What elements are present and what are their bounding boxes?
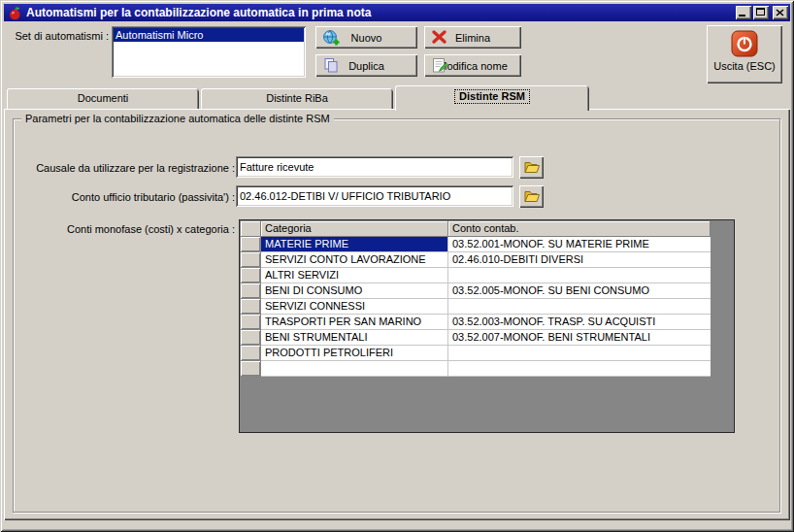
- conto-cell[interactable]: [448, 346, 711, 361]
- conto-cell[interactable]: 03.52.007-MONOF. BENI STRUMENTALI: [448, 330, 711, 346]
- table-row: SERVIZI CONTO LAVORAZIONE02.46.010-DEBIT…: [241, 252, 711, 268]
- grid-header-categoria[interactable]: Categoria: [261, 221, 448, 237]
- power-icon: [731, 30, 758, 57]
- row-selector[interactable]: [241, 252, 261, 268]
- categoria-grid: Categoria Conto contab. MATERIE PRIME03.…: [241, 221, 711, 377]
- tab-page-distinte-rsm: Parametri per la contabilizzazione autom…: [4, 109, 790, 520]
- categoria-cell[interactable]: TRASPORTI PER SAN MARINO: [261, 315, 448, 330]
- categoria-cell[interactable]: MATERIE PRIME: [261, 237, 448, 252]
- window-title: Automatismi per la contabilizzazione aut…: [26, 6, 734, 20]
- maximize-icon: [756, 8, 765, 16]
- elimina-label: Elimina: [455, 32, 490, 44]
- close-button[interactable]: [773, 6, 788, 19]
- categoria-cell[interactable]: BENI STRUMENTALI: [261, 330, 448, 346]
- duplica-label: Duplica: [348, 60, 384, 72]
- conto-cell[interactable]: 02.46.010-DEBITI DIVERSI: [448, 252, 711, 268]
- tab-label: Documenti: [78, 92, 129, 104]
- row-selector[interactable]: [241, 330, 261, 346]
- causale-lookup-button[interactable]: [519, 156, 544, 179]
- set-di-automatismi-label: Set di automatismi :: [14, 30, 109, 42]
- modifica-nome-button[interactable]: Modifica nome: [424, 54, 521, 77]
- uscita-button[interactable]: Uscita (ESC): [707, 25, 782, 83]
- grid-header-row: Categoria Conto contab.: [241, 221, 711, 237]
- row-selector[interactable]: [241, 361, 261, 377]
- table-row: TRASPORTI PER SAN MARINO03.52.003-MONOF.…: [241, 315, 711, 330]
- apple-icon: [8, 6, 22, 20]
- conto-cell[interactable]: 03.52.001-MONOF. SU MATERIE PRIME: [448, 237, 711, 252]
- conto-ufficio-lookup-button[interactable]: [519, 185, 544, 208]
- categoria-cell[interactable]: SERVIZI CONTO LAVORAZIONE: [261, 252, 448, 268]
- groupbox-title: Parametri per la contabilizzazione autom…: [21, 113, 334, 124]
- nuovo-button[interactable]: Nuovo: [315, 26, 417, 49]
- parametri-groupbox: Parametri per la contabilizzazione autom…: [13, 118, 780, 513]
- conto-cell[interactable]: [448, 361, 711, 377]
- row-selector[interactable]: [241, 237, 261, 252]
- tab-label: Distinte RiBa: [266, 92, 328, 104]
- row-selector[interactable]: [241, 299, 261, 315]
- maximize-button[interactable]: [753, 6, 769, 19]
- dialog-window: Automatismi per la contabilizzazione aut…: [0, 0, 794, 532]
- tab-distinte-rsm[interactable]: Distinte RSM: [395, 85, 589, 111]
- set-listbox[interactable]: Automatismi Micro: [112, 26, 306, 78]
- grid-header-conto[interactable]: Conto contab.: [448, 221, 711, 237]
- row-selector[interactable]: [241, 346, 261, 361]
- categoria-cell[interactable]: [261, 361, 448, 377]
- conto-cell[interactable]: 03.52.005-MONOF. SU BENI CONSUMO: [448, 283, 711, 299]
- tab-documenti[interactable]: Documenti: [7, 88, 199, 110]
- tab-distinte-riba[interactable]: Distinte RiBa: [201, 88, 393, 110]
- conto-cell[interactable]: [448, 268, 711, 283]
- minimize-button[interactable]: [736, 6, 751, 19]
- conto-cell[interactable]: 03.52.003-MONOF. TRASP. SU ACQUISTI: [448, 315, 711, 330]
- table-row: MATERIE PRIME03.52.001-MONOF. SU MATERIE…: [241, 237, 711, 252]
- categoria-cell[interactable]: ALTRI SERVIZI: [261, 268, 448, 283]
- conto-ufficio-field[interactable]: 02.46.012-DETIBI V/ UFFICIO TRIBUTARIO: [236, 185, 513, 207]
- table-row: ALTRI SERVIZI: [241, 268, 711, 283]
- categoria-cell[interactable]: BENI DI CONSUMO: [261, 283, 448, 299]
- grid-body: MATERIE PRIME03.52.001-MONOF. SU MATERIE…: [241, 237, 711, 377]
- table-row: [241, 361, 711, 377]
- uscita-label: Uscita (ESC): [713, 60, 776, 72]
- row-selector[interactable]: [241, 268, 261, 283]
- table-row: BENI STRUMENTALI03.52.007-MONOF. BENI ST…: [241, 330, 711, 346]
- title-bar[interactable]: Automatismi per la contabilizzazione aut…: [4, 4, 790, 21]
- edit-icon: [431, 57, 448, 74]
- table-row: PRODOTTI PETROLIFERI: [241, 346, 711, 361]
- copy-icon: [322, 57, 340, 74]
- tab-label: Distinte RSM: [454, 89, 530, 104]
- categoria-cell[interactable]: SERVIZI CONNESSI: [261, 299, 448, 315]
- nuovo-label: Nuovo: [351, 32, 382, 44]
- table-row: BENI DI CONSUMO03.52.005-MONOF. SU BENI …: [241, 283, 711, 299]
- folder-icon: [523, 160, 541, 175]
- conti-monofase-label: Conti monofase (costi) x categoria :: [19, 223, 235, 235]
- categoria-cell[interactable]: PRODOTTI PETROLIFERI: [261, 346, 448, 361]
- conto-cell[interactable]: [448, 299, 711, 315]
- minimize-icon: [739, 15, 745, 17]
- red-x-icon: [431, 29, 447, 45]
- row-selector[interactable]: [241, 315, 261, 330]
- conto-ufficio-label: Conto ufficio tributario (passivita') :: [19, 191, 235, 203]
- elimina-button[interactable]: Elimina: [424, 26, 521, 49]
- grid-header-selector: [241, 221, 261, 237]
- causale-field[interactable]: Fatture ricevute: [236, 156, 513, 178]
- duplica-button[interactable]: Duplica: [315, 54, 417, 77]
- table-row: SERVIZI CONNESSI: [241, 299, 711, 315]
- causale-label: Causale da utilizzare per la registrazio…: [19, 162, 235, 174]
- close-icon: [776, 9, 784, 17]
- row-selector[interactable]: [241, 283, 261, 299]
- globe-plus-icon: [322, 29, 341, 47]
- list-item[interactable]: Automatismi Micro: [114, 28, 304, 42]
- folder-icon: [523, 189, 541, 204]
- categoria-grid-area: Categoria Conto contab. MATERIE PRIME03.…: [239, 219, 735, 433]
